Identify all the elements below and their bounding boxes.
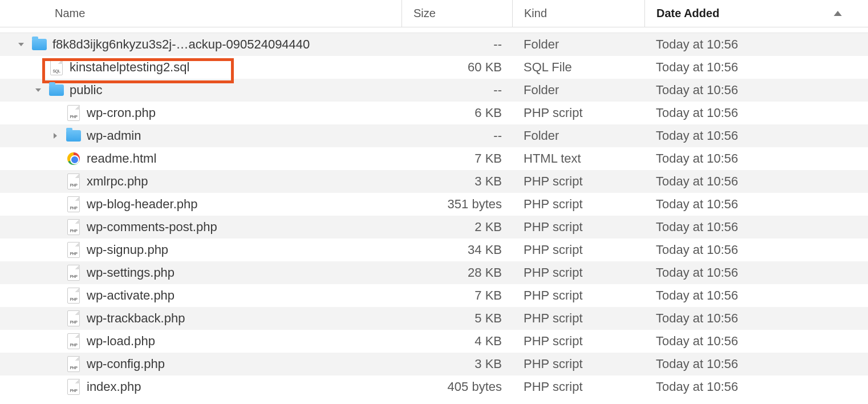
cell-kind: PHP script	[512, 379, 644, 394]
cell-size: 34 KB	[401, 243, 512, 257]
php-file-icon: PHP	[66, 288, 81, 303]
column-header-name[interactable]: Name	[0, 7, 401, 20]
cell-size: --	[401, 37, 512, 52]
cell-date-added: Today at 10:56	[644, 83, 868, 98]
column-header-kind[interactable]: Kind	[512, 0, 644, 27]
cell-size: 60 KB	[401, 60, 512, 75]
php-file-icon: PHP	[66, 197, 81, 212]
cell-name: PHPwp-comments-post.php	[0, 220, 401, 235]
cell-name: public	[0, 83, 401, 98]
folder-icon	[32, 37, 47, 52]
cell-name: SQLkinstahelptesting2.sql	[0, 60, 401, 75]
cell-size: 4 KB	[401, 334, 512, 349]
cell-name: PHPwp-load.php	[0, 334, 401, 349]
table-row[interactable]: public--FolderToday at 10:56	[0, 79, 868, 102]
folder-icon	[66, 128, 81, 143]
cell-kind: PHP script	[512, 311, 644, 326]
php-file-icon: PHP	[66, 220, 81, 235]
cell-size: --	[401, 83, 512, 98]
file-name: wp-signup.php	[87, 243, 168, 257]
table-row[interactable]: readme.html7 KBHTML textToday at 10:56	[0, 147, 868, 170]
file-name: public	[70, 83, 102, 98]
cell-size: --	[401, 128, 512, 143]
cell-date-added: Today at 10:56	[644, 174, 868, 189]
cell-size: 7 KB	[401, 288, 512, 303]
cell-kind: PHP script	[512, 106, 644, 120]
table-row[interactable]: wp-admin--FolderToday at 10:56	[0, 124, 868, 147]
sort-ascending-icon	[834, 11, 842, 16]
cell-date-added: Today at 10:56	[644, 311, 868, 326]
file-name: wp-cron.php	[87, 106, 156, 120]
cell-kind: PHP script	[512, 357, 644, 371]
column-header-date-added-label: Date Added	[656, 7, 719, 20]
table-row[interactable]: PHPwp-load.php4 KBPHP scriptToday at 10:…	[0, 330, 868, 353]
cell-kind: SQL File	[512, 60, 644, 75]
table-row[interactable]: PHPwp-activate.php7 KBPHP scriptToday at…	[0, 284, 868, 307]
cell-name: PHPwp-trackback.php	[0, 311, 401, 326]
php-file-icon: PHP	[66, 379, 81, 394]
file-list: f8k8d3ijkg6nkyzu3s2j-…ackup-090524094440…	[0, 33, 868, 398]
cell-kind: PHP script	[512, 334, 644, 349]
sql-file-icon: SQL	[49, 60, 64, 75]
table-row[interactable]: PHPxmlrpc.php3 KBPHP scriptToday at 10:5…	[0, 170, 868, 193]
file-name: readme.html	[87, 151, 156, 166]
cell-size: 2 KB	[401, 220, 512, 235]
chevron-down-icon[interactable]	[33, 85, 43, 95]
table-row[interactable]: SQLkinstahelptesting2.sql60 KBSQL FileTo…	[0, 56, 868, 79]
cell-date-added: Today at 10:56	[644, 60, 868, 75]
cell-name: PHPindex.php	[0, 379, 401, 394]
table-row[interactable]: PHPwp-comments-post.php2 KBPHP scriptTod…	[0, 216, 868, 239]
cell-kind: HTML text	[512, 151, 644, 166]
table-row[interactable]: PHPwp-config.php3 KBPHP scriptToday at 1…	[0, 353, 868, 375]
table-row[interactable]: PHPindex.php405 bytesPHP scriptToday at …	[0, 375, 868, 398]
php-file-icon: PHP	[66, 334, 81, 349]
column-header-row: Name Size Kind Date Added	[0, 0, 868, 27]
table-row[interactable]: f8k8d3ijkg6nkyzu3s2j-…ackup-090524094440…	[0, 33, 868, 56]
header-separator	[0, 27, 868, 33]
chevron-right-icon[interactable]	[50, 131, 60, 141]
file-name: wp-trackback.php	[87, 311, 185, 326]
cell-name: f8k8d3ijkg6nkyzu3s2j-…ackup-090524094440	[0, 37, 401, 52]
chevron-down-icon[interactable]	[16, 39, 26, 50]
cell-name: PHPwp-signup.php	[0, 243, 401, 257]
cell-size: 6 KB	[401, 106, 512, 120]
cell-date-added: Today at 10:56	[644, 151, 868, 166]
file-name: wp-blog-header.php	[87, 197, 197, 212]
file-name: wp-admin	[87, 128, 141, 143]
cell-name: readme.html	[0, 151, 401, 166]
cell-size: 28 KB	[401, 265, 512, 280]
cell-date-added: Today at 10:56	[644, 357, 868, 371]
php-file-icon: PHP	[66, 357, 81, 371]
table-row[interactable]: PHPwp-trackback.php5 KBPHP scriptToday a…	[0, 307, 868, 330]
php-file-icon: PHP	[66, 106, 81, 120]
cell-kind: PHP script	[512, 265, 644, 280]
column-header-date-added[interactable]: Date Added	[644, 0, 868, 27]
php-file-icon: PHP	[66, 311, 81, 326]
table-row[interactable]: PHPwp-blog-header.php351 bytesPHP script…	[0, 193, 868, 216]
cell-date-added: Today at 10:56	[644, 243, 868, 257]
cell-size: 405 bytes	[401, 379, 512, 394]
php-file-icon: PHP	[66, 174, 81, 189]
cell-name: PHPwp-cron.php	[0, 106, 401, 120]
file-name: wp-settings.php	[87, 265, 175, 280]
cell-date-added: Today at 10:56	[644, 220, 868, 235]
column-header-size[interactable]: Size	[401, 0, 512, 27]
cell-date-added: Today at 10:56	[644, 106, 868, 120]
cell-size: 3 KB	[401, 174, 512, 189]
cell-name: PHPwp-config.php	[0, 357, 401, 371]
cell-kind: PHP script	[512, 288, 644, 303]
cell-kind: Folder	[512, 128, 644, 143]
cell-name: PHPxmlrpc.php	[0, 174, 401, 189]
cell-name: wp-admin	[0, 128, 401, 143]
cell-kind: Folder	[512, 37, 644, 52]
cell-size: 351 bytes	[401, 197, 512, 212]
file-name: index.php	[87, 379, 141, 394]
cell-name: PHPwp-activate.php	[0, 288, 401, 303]
file-name: kinstahelptesting2.sql	[70, 60, 189, 75]
cell-size: 7 KB	[401, 151, 512, 166]
table-row[interactable]: PHPwp-settings.php28 KBPHP scriptToday a…	[0, 261, 868, 284]
table-row[interactable]: PHPwp-cron.php6 KBPHP scriptToday at 10:…	[0, 102, 868, 124]
php-file-icon: PHP	[66, 243, 81, 257]
table-row[interactable]: PHPwp-signup.php34 KBPHP scriptToday at …	[0, 239, 868, 261]
cell-size: 5 KB	[401, 311, 512, 326]
